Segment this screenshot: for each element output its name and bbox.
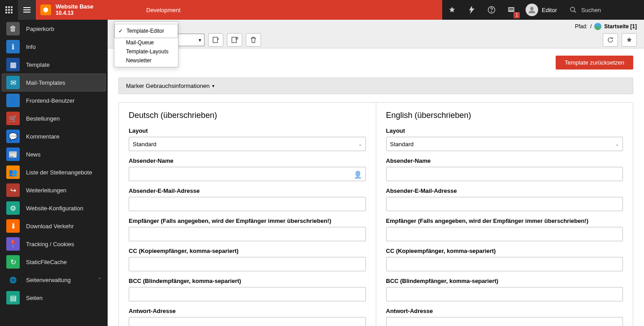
svg-rect-8 (11, 12, 13, 13)
reset-template-button[interactable]: Template zurücksetzen (556, 56, 633, 70)
svg-rect-11 (23, 12, 30, 13)
column-en: English (überschrieben) Layout Standard⌄… (376, 103, 633, 326)
select-layout-en[interactable]: Standard⌄ (386, 137, 623, 151)
input-sender-name-en[interactable] (386, 167, 623, 181)
topbar: Website Base 10.4.13 Development 1 Edito… (0, 0, 644, 20)
sidebar-section-site[interactable]: 🌐 Seitenverwaltung ˄ (0, 271, 108, 289)
form-columns: Deutsch (überschrieben) Layout Standard⌄… (118, 102, 633, 326)
label-cc-en: CC (Kopieempfänger, komma-separiert) (386, 248, 623, 254)
sidebar-item-orders[interactable]: 🛒Bestellungen (0, 109, 108, 127)
input-bcc-en[interactable] (386, 287, 623, 301)
sidebar-item-static-file-cache[interactable]: ↻StaticFileCache (0, 253, 108, 271)
typo3-logo-icon (40, 4, 51, 15)
label-cc-de: CC (Kopieempfänger, komma-separiert) (129, 248, 366, 254)
modules-grid-button[interactable] (0, 0, 18, 20)
input-reply-en[interactable] (386, 317, 623, 326)
chevron-up-icon: ˄ (98, 277, 101, 283)
input-sender-mail-en[interactable] (386, 197, 623, 211)
svg-rect-15 (509, 8, 514, 9)
input-recipient-en[interactable] (386, 227, 623, 241)
marker-info-toggle[interactable]: Marker Gebrauchsinformationen ▾ (118, 78, 633, 94)
sidebar-item-recycler[interactable]: 🗑Papierkorb (0, 20, 108, 38)
svg-rect-7 (8, 12, 10, 13)
dropdown-item-newsletter[interactable]: Newsletter (114, 56, 178, 65)
module-sidebar: 🗑Papierkorb ℹInfo ▦Template ✉Mail-Templa… (0, 20, 108, 326)
svg-rect-19 (213, 37, 218, 43)
pages-icon: ▤ (6, 291, 20, 304)
sidebar-item-comments[interactable]: 💬Kommentare (0, 127, 108, 145)
user-menu[interactable]: Editor (521, 0, 563, 20)
input-recipient-de[interactable] (129, 227, 366, 241)
cart-icon: 🛒 (6, 112, 20, 125)
label-reply-en: Antwort-Adresse (386, 308, 623, 314)
input-reply-de[interactable] (129, 317, 366, 326)
reload-button[interactable] (603, 33, 618, 47)
sidebar-item-news[interactable]: 📰News (0, 145, 108, 163)
label-sender-name-en: Absender-Name (386, 157, 623, 164)
label-layout-en: Layout (386, 127, 623, 134)
sidebar-item-frontend-users[interactable]: 👤Frontend-Benutzer (0, 91, 108, 109)
function-bar: Pfad: / Startseite [1] ▾ Template-Editor… (108, 20, 644, 48)
bookmark-button[interactable] (442, 0, 462, 20)
label-reply-de: Antwort-Adresse (129, 308, 366, 314)
environment-badge: Development (139, 0, 188, 20)
new-record-button[interactable] (208, 33, 223, 47)
news-icon: 📰 (6, 148, 20, 161)
search-icon (570, 6, 577, 13)
edit-record-button[interactable] (227, 33, 242, 47)
brand-area[interactable]: Website Base 10.4.13 (36, 0, 139, 20)
page-globe-icon (594, 23, 601, 30)
chevron-down-icon: ⌄ (615, 142, 619, 147)
dropdown-item-template-editor[interactable]: Template-Editor (114, 24, 178, 38)
input-sender-mail-de[interactable] (129, 197, 366, 211)
sidebar-item-template[interactable]: ▦Template (0, 56, 108, 74)
input-cc-de[interactable] (129, 257, 366, 271)
input-sender-name-de[interactable] (129, 167, 366, 181)
download-icon: ⬇ (6, 219, 20, 233)
svg-rect-9 (23, 7, 30, 8)
cache-flash-button[interactable] (462, 0, 482, 20)
sidebar-item-pages[interactable]: ▤Seiten (0, 289, 108, 307)
dropdown-item-template-layouts[interactable]: Template-Layouts (114, 47, 178, 56)
svg-rect-0 (5, 6, 7, 8)
bookmark-page-button[interactable] (622, 33, 637, 47)
redirect-icon: ↪ (6, 183, 20, 197)
label-bcc-en: BCC (Blindempfänger, komma-separiert) (386, 278, 623, 284)
jobs-icon: 👥 (6, 165, 20, 179)
avatar-icon (526, 4, 538, 16)
sidebar-item-tracking[interactable]: 📍Tracking / Cookies (0, 235, 108, 253)
sidebar-item-redirects[interactable]: ↪Weiterleitungen (0, 181, 108, 199)
sidebar-item-mail-templates[interactable]: ✉Mail-Templates (2, 74, 106, 91)
col-title-de: Deutsch (überschrieben) (129, 111, 366, 120)
sidebar-item-download-traffic[interactable]: ⬇Download Verkehr (0, 217, 108, 235)
notifications-button[interactable]: 1 (501, 0, 521, 20)
list-toggle-button[interactable] (18, 0, 36, 20)
svg-rect-1 (8, 6, 10, 8)
contacts-icon[interactable]: 👤 (353, 170, 362, 179)
breadcrumb-page[interactable]: Startseite [1] (604, 23, 637, 30)
select-layout-de[interactable]: Standard⌄ (129, 137, 366, 151)
label-bcc-de: BCC (Blindempfänger, komma-separiert) (129, 278, 366, 284)
label-sender-name-de: Absender-Name (129, 157, 366, 164)
search-placeholder: Suchen (581, 7, 601, 13)
svg-rect-4 (8, 9, 10, 11)
input-cc-en[interactable] (386, 257, 623, 271)
help-button[interactable] (482, 0, 501, 20)
template-icon: ▦ (6, 58, 20, 71)
cache-icon: ↻ (6, 255, 20, 269)
topbar-spacer (188, 0, 442, 20)
sidebar-item-jobs[interactable]: 👥Liste der Stellenangebote (0, 163, 108, 181)
sidebar-item-website-config[interactable]: ⚙Website-Konfiguration (0, 199, 108, 217)
delete-record-button[interactable] (246, 33, 261, 47)
svg-rect-16 (509, 9, 514, 10)
site-version: 10.4.13 (56, 10, 93, 17)
sidebar-item-info[interactable]: ℹInfo (0, 38, 108, 56)
search-box[interactable]: Suchen (563, 0, 644, 20)
trash-icon: 🗑 (6, 22, 20, 35)
dropdown-item-mail-queue[interactable]: Mail-Queue (114, 38, 178, 47)
main-area: Pfad: / Startseite [1] ▾ Template-Editor… (108, 20, 644, 326)
caret-down-icon: ▾ (212, 83, 214, 88)
user-role: Editor (542, 7, 557, 13)
input-bcc-de[interactable] (129, 287, 366, 301)
column-de: Deutsch (überschrieben) Layout Standard⌄… (119, 103, 376, 326)
